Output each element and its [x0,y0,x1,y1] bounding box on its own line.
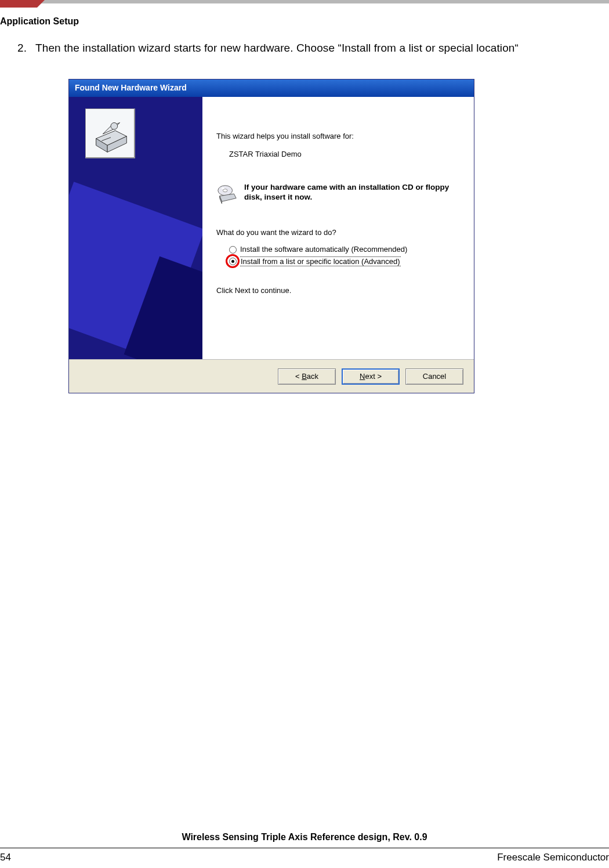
svg-point-4 [111,122,118,129]
section-title: Application Setup [0,16,79,27]
button-suffix: ack [307,372,318,381]
button-mnemonic: N [360,372,365,381]
header-accent [0,0,37,8]
header-separator [0,0,609,3]
dialog-button-row: < Back Next > Cancel [69,359,474,393]
footer-page-number: 54 [0,852,11,863]
device-name: ZSTAR Triaxial Demo [229,150,460,158]
button-mnemonic: B [302,372,307,381]
wizard-question: What do you want the wizard to do? [216,228,460,237]
option-label: Install the software automatically (Reco… [240,245,407,254]
step-number: 2. [17,42,32,55]
radio-unselected-icon [229,246,237,254]
cancel-button[interactable]: Cancel [405,368,463,385]
wizard-dialog: Found New Hardware Wizard Th [68,79,474,393]
wizard-intro-text: This wizard helps you install software f… [216,132,460,140]
step-text: Then the installation wizard starts for … [35,42,519,54]
back-button[interactable]: < Back [278,368,336,385]
dialog-body: This wizard helps you install software f… [69,97,474,359]
step-instruction: 2. Then the installation wizard starts f… [17,42,519,55]
option-install-from-list[interactable]: Install from a list or specific location… [229,256,460,266]
next-button[interactable]: Next > [342,368,400,385]
cd-floppy-icon [216,183,238,205]
footer-separator [0,848,609,848]
footer-brand: Freescale Semiconductor [497,852,609,863]
hardware-box-icon [85,108,135,158]
cd-notice-text: If your hardware came with an installati… [244,183,460,202]
dialog-titlebar[interactable]: Found New Hardware Wizard [69,79,474,97]
option-label: Install from a list or specific location… [240,256,401,266]
continue-hint: Click Next to continue. [216,286,460,295]
option-install-auto[interactable]: Install the software automatically (Reco… [229,245,460,254]
wizard-side-graphic [69,97,202,359]
wizard-options: Install the software automatically (Reco… [229,245,460,266]
footer-doc-title: Wireless Sensing Triple Axis Reference d… [0,832,609,842]
dialog-content: This wizard helps you install software f… [202,97,474,359]
button-prefix: < [295,372,302,381]
svg-point-7 [223,189,227,192]
button-suffix: ext > [365,372,382,381]
svg-point-8 [222,187,225,189]
highlight-circle-icon [226,254,240,268]
